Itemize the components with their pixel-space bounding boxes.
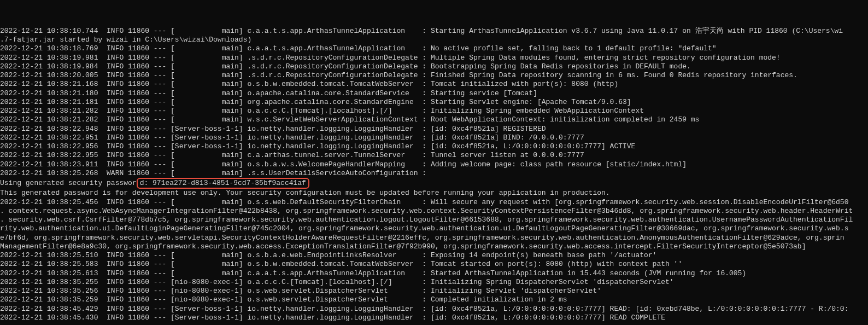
- password-highlight: d: 971ea272-d813-4851-9cd7-35bf9acc41af: [137, 178, 309, 189]
- log-line: 2022-12-21 10:38:22.955 INFO 11860 --- […: [0, 151, 868, 160]
- log-line: 2022-12-21 10:38:45.429 INFO 11860 --- […: [0, 305, 868, 314]
- log-line: 2022-12-21 10:38:25.510 INFO 11860 --- […: [0, 251, 868, 260]
- log-line: 2022-12-21 10:38:45.430 INFO 11860 --- […: [0, 314, 868, 322]
- log-line: 2022-12-21 10:38:25.268 WARN 11860 --- […: [0, 169, 868, 178]
- terminal-output[interactable]: 2022-12-21 10:38:10.744 INFO 11860 --- […: [0, 27, 868, 322]
- log-line: 2022-12-21 10:38:21.282 INFO 11860 --- […: [0, 107, 868, 115]
- log-line: e7bf6d, org.springframework.security.web…: [0, 234, 868, 242]
- log-line: 2022-12-21 10:38:22.951 INFO 11860 --- […: [0, 134, 868, 142]
- log-line: 2022-12-21 10:38:22.956 INFO 11860 --- […: [0, 142, 868, 151]
- log-line: . security.web.csrf.CsrfFilter@778db7c5,…: [0, 216, 868, 224]
- log-line: 2022-12-21 10:38:23.911 INFO 11860 --- […: [0, 160, 868, 169]
- log-line: 2022-12-21 10:38:10.744 INFO 11860 --- […: [0, 27, 868, 36]
- log-line: 2022-12-21 10:38:25.456 INFO 11860 --- […: [0, 198, 868, 207]
- log-line: 2022-12-21 10:38:21.180 INFO 11860 --- […: [0, 89, 868, 98]
- log-line: 2022-12-21 10:38:21.181 INFO 11860 --- […: [0, 98, 868, 107]
- log-line: ManagementFilter@6e8a9c30, org.springfra…: [0, 242, 868, 251]
- log-line: .7-fatjar.jar started by wizai in C:\Use…: [0, 36, 868, 44]
- log-line: 2022-12-21 10:38:25.613 INFO 11860 --- […: [0, 269, 868, 278]
- log-line: 2022-12-21 10:38:19.984 INFO 11860 --- […: [0, 62, 868, 71]
- log-line: 2022-12-21 10:38:21.282 INFO 11860 --- […: [0, 115, 868, 124]
- log-line: 2022-12-21 10:38:18.769 INFO 11860 --- […: [0, 44, 868, 53]
- security-password-line: Using generated security password: 971ea…: [0, 178, 868, 189]
- password-prefix: Using generated security passwor: [0, 179, 137, 187]
- log-line: 2022-12-21 10:38:35.255 INFO 11860 --- […: [0, 278, 868, 287]
- log-line: 2022-12-21 10:38:22.948 INFO 11860 --- […: [0, 125, 868, 134]
- log-line: 2022-12-21 10:38:21.168 INFO 11860 --- […: [0, 80, 868, 89]
- log-line: 2022-12-21 10:38:25.583 INFO 11860 --- […: [0, 260, 868, 269]
- log-line: 2022-12-21 10:38:20.005 INFO 11860 --- […: [0, 71, 868, 80]
- log-line: rity.web.authentication.ui.DefaultLoginP…: [0, 224, 868, 233]
- log-line: 2022-12-21 10:38:19.981 INFO 11860 --- […: [0, 54, 868, 62]
- log-line: This generated password is for developme…: [0, 189, 868, 198]
- log-line: 2022-12-21 10:38:35.259 INFO 11860 --- […: [0, 295, 868, 304]
- log-line: . context.request.async.WebAsyncManagerI…: [0, 207, 868, 216]
- log-line: 2022-12-21 10:38:35.256 INFO 11860 --- […: [0, 287, 868, 295]
